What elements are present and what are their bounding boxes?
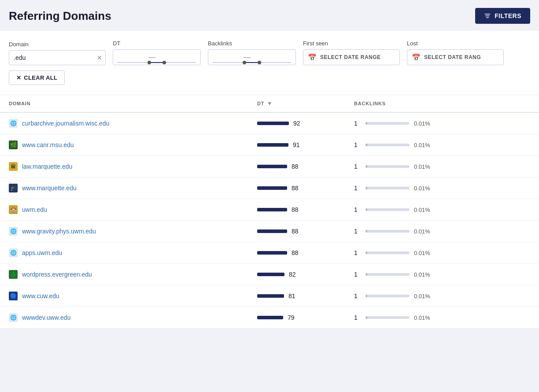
- backlinks-count: 1: [354, 271, 361, 278]
- backlinks-cell: 10.01%: [354, 292, 530, 300]
- domain-link[interactable]: law.marquette.edu: [22, 163, 72, 170]
- th-domain: DOMAIN: [9, 100, 257, 107]
- table-row: 🔵www.cuw.edu8110.01%: [0, 285, 539, 307]
- first-seen-date-filter[interactable]: 📅 SELECT DATE RANGE: [303, 49, 400, 65]
- domain-link[interactable]: www.canr.msu.edu: [22, 141, 74, 148]
- lost-date-filter[interactable]: 📅 SELECT DATE RANG: [407, 49, 504, 65]
- table-row: 🌐curbarchive.journalism.wisc.edu9210.01%: [0, 113, 539, 134]
- domain-favicon: 🌲: [9, 270, 18, 279]
- domain-link[interactable]: wwwdev.uww.edu: [22, 314, 70, 321]
- table-body: 🌐curbarchive.journalism.wisc.edu9210.01%…: [0, 113, 539, 329]
- domain-link[interactable]: www.cuw.edu: [22, 292, 59, 300]
- backlinks-percent: 0.01%: [414, 314, 430, 321]
- dt-slider-track: [118, 62, 196, 63]
- filter-panel: Domain ✕ DT — Backlinks: [0, 30, 539, 95]
- domain-link[interactable]: curbarchive.journalism.wisc.edu: [22, 120, 109, 127]
- domain-link[interactable]: www.gravity.phys.uwm.edu: [22, 228, 96, 235]
- backlinks-bar-fill: [365, 208, 367, 211]
- sort-icon: ▼: [267, 100, 273, 107]
- domain-favicon: 🌐: [9, 227, 18, 236]
- table-row: 🌐www.gravity.phys.uwm.edu8810.01%: [0, 221, 539, 242]
- backlinks-count: 1: [354, 314, 361, 321]
- dt-min-input[interactable]: [113, 51, 148, 63]
- clear-all-label: CLEAR ALL: [24, 74, 57, 81]
- lost-placeholder: SELECT DATE RANG: [424, 54, 481, 60]
- domain-link[interactable]: apps.uwm.edu: [22, 249, 62, 256]
- domain-favicon: 🌿: [9, 141, 18, 149]
- backlinks-count: 1: [354, 141, 361, 148]
- first-seen-label: First seen: [303, 40, 400, 47]
- backlinks-thumb-right[interactable]: [258, 61, 261, 64]
- backlinks-percent: 0.01%: [414, 163, 430, 170]
- backlinks-filter-group: Backlinks —: [208, 40, 296, 65]
- domain-link[interactable]: uwm.edu: [22, 206, 47, 213]
- backlinks-min-input[interactable]: [208, 51, 244, 63]
- dt-range-filter[interactable]: —: [113, 49, 201, 65]
- dt-bar: [257, 208, 287, 211]
- dt-cell: 79: [257, 314, 354, 321]
- filter-button[interactable]: FILTERS: [475, 8, 530, 24]
- dt-value: 88: [292, 185, 304, 192]
- lost-filter-label: Lost: [407, 40, 504, 47]
- backlinks-percent: 0.01%: [414, 185, 430, 192]
- backlinks-count: 1: [354, 120, 361, 127]
- filter-icon: [484, 12, 491, 19]
- domain-favicon: 🔵: [9, 292, 18, 300]
- svg-rect-1: [485, 15, 490, 16]
- dt-bar: [257, 273, 284, 276]
- domain-favicon: 🌐: [9, 248, 18, 257]
- th-dt[interactable]: DT ▼: [257, 100, 354, 107]
- domain-cell: 🎓www.marquette.edu: [9, 184, 257, 192]
- dt-cell: 88: [257, 249, 354, 256]
- domain-clear-button[interactable]: ✕: [97, 54, 102, 61]
- backlinks-cell: 10.01%: [354, 163, 530, 170]
- backlinks-bar-fill: [365, 273, 367, 276]
- backlinks-max-input[interactable]: [251, 51, 286, 63]
- dt-thumb-left[interactable]: [148, 61, 151, 64]
- backlinks-bar: [365, 187, 410, 189]
- dt-value: 88: [292, 228, 304, 235]
- filter-row: Domain ✕ DT — Backlinks: [9, 40, 530, 65]
- dt-bar: [257, 251, 287, 255]
- backlinks-cell: 10.01%: [354, 185, 530, 192]
- backlinks-bar: [365, 251, 410, 254]
- dt-value: 81: [288, 292, 301, 300]
- domain-cell: 🌐apps.uwm.edu: [9, 248, 257, 257]
- backlinks-bar: [365, 295, 410, 297]
- backlinks-bar-fill: [365, 122, 367, 125]
- domain-cell: 🔵www.cuw.edu: [9, 292, 257, 300]
- backlinks-cell: 10.01%: [354, 228, 530, 235]
- dt-filter-label: DT: [113, 40, 201, 47]
- backlinks-slider-track: [213, 62, 291, 63]
- domain-link[interactable]: www.marquette.edu: [22, 185, 77, 192]
- backlinks-range-filter[interactable]: —: [208, 49, 296, 65]
- backlinks-count: 1: [354, 228, 361, 235]
- clear-all-button[interactable]: ✕ CLEAR ALL: [9, 70, 65, 85]
- table-row: 🌐wwwdev.uww.edu7910.01%: [0, 307, 539, 329]
- lost-filter-group: Lost 📅 SELECT DATE RANG: [407, 40, 504, 65]
- backlinks-cell: 10.01%: [354, 249, 530, 256]
- th-backlinks: BACKLINKS: [354, 100, 530, 107]
- dt-value: 82: [289, 271, 301, 278]
- backlinks-bar-fill: [365, 230, 367, 233]
- dt-value: 88: [292, 206, 304, 213]
- domain-input[interactable]: [9, 50, 106, 65]
- dt-cell: 88: [257, 228, 354, 235]
- table-container: DOMAIN DT ▼ BACKLINKS 🌐curbarchive.journ…: [0, 95, 539, 329]
- backlinks-count: 1: [354, 185, 361, 192]
- dt-max-input[interactable]: [155, 51, 191, 63]
- backlinks-thumb-left[interactable]: [243, 61, 246, 64]
- domain-favicon: 🎓: [9, 184, 18, 192]
- dt-thumb-right[interactable]: [162, 61, 166, 64]
- backlinks-count: 1: [354, 249, 361, 256]
- dt-value: 88: [292, 163, 304, 170]
- backlinks-bar: [365, 230, 410, 233]
- dt-cell: 82: [257, 271, 354, 278]
- backlinks-cell: 10.01%: [354, 141, 530, 148]
- dt-bar: [257, 165, 287, 168]
- page-header: Referring Domains FILTERS: [0, 0, 539, 30]
- table-row: 🏫uwm.edu8810.01%: [0, 199, 539, 221]
- backlinks-bar: [365, 144, 410, 146]
- dt-bar: [257, 122, 289, 125]
- domain-link[interactable]: wordpress.evergreen.edu: [22, 271, 92, 278]
